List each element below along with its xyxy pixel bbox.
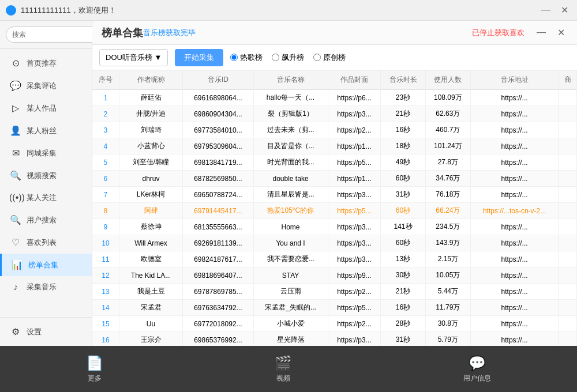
table-cell: 108.09万: [425, 90, 470, 106]
table-row[interactable]: 4小蓝背心69795309604...目及皆是你（...https://p1..…: [92, 138, 577, 154]
radio-input-rising[interactable]: [272, 54, 279, 61]
sidebar-item-fans[interactable]: 👤某人粉丝: [0, 119, 92, 142]
table-cell: 目及皆是你（...: [253, 138, 328, 154]
bottom-item-label: 更多: [88, 374, 102, 383]
table-cell: Uu: [119, 316, 182, 332]
table-cell: [559, 171, 577, 187]
table-cell: 69795309604...: [183, 138, 253, 154]
sidebar-item-nearby[interactable]: ✉同城采集: [0, 142, 92, 164]
music-table-container[interactable]: 序号作者昵称音乐ID音乐名称作品封面音乐时长使用人数音乐地址商 1薛廷佑6961…: [92, 70, 577, 346]
bottom-item-video[interactable]: 🎬视频: [275, 355, 292, 383]
radio-hot[interactable]: 热歌榜: [230, 52, 263, 63]
table-cell: 云压雨: [253, 284, 328, 300]
table-cell: https://p9...: [328, 267, 381, 284]
table-cell: 34.76万: [425, 171, 470, 187]
table-row[interactable]: 7LKer林柯69650788724...清且星辰皆是...https://p3…: [92, 187, 577, 203]
table-cell: 69860904304...: [183, 106, 253, 122]
row-number: 12: [92, 267, 119, 284]
table-cell: 68782569850...: [183, 171, 253, 187]
sidebar-item-works[interactable]: ▷某人作品: [0, 97, 92, 119]
table-row[interactable]: 2井胧/井迪69860904304...裂（剪辑版1）https://p3...…: [92, 106, 577, 122]
radio-rising[interactable]: 飙升榜: [272, 52, 304, 63]
sidebar-item-settings[interactable]: ⚙设置: [0, 321, 92, 343]
table-row[interactable]: 15Uu69772018092...小城小爱https://p2...28秒30…: [92, 316, 577, 332]
radio-input-hot[interactable]: [230, 54, 238, 61]
start-collect-button[interactable]: 开始采集: [175, 49, 223, 66]
table-row[interactable]: 6dhruv68782569850...double takehttps://p…: [92, 171, 577, 187]
sidebar-item-label: 喜欢列表: [27, 238, 57, 248]
table-cell: https://p2...: [328, 284, 381, 300]
table-cell: [559, 203, 577, 219]
status-stopped: 已停止获取喜欢: [472, 28, 524, 38]
table-cell: 69773584010...: [183, 122, 253, 138]
sidebar-item-label: 首页推荐: [27, 58, 57, 69]
table-cell: 69791445417...: [183, 203, 253, 219]
sidebar-item-chart[interactable]: 📊榜单合集: [0, 254, 92, 276]
table-row[interactable]: 13我是土豆69787869785...云压雨https://p2...21秒5…: [92, 284, 577, 300]
sidebar-item-label: 某人粉丝: [27, 126, 57, 136]
radio-input-original[interactable]: [313, 54, 321, 61]
sidebar-item-follow[interactable]: ((•))某人关注: [0, 187, 92, 209]
table-cell: https://p6...: [328, 90, 381, 106]
bottom-item-user-info[interactable]: 💬用户信息: [463, 355, 491, 383]
row-number: 8: [92, 203, 119, 219]
table-cell: 30秒: [381, 267, 425, 284]
search-input[interactable]: [6, 27, 105, 43]
table-cell: https://...: [470, 90, 558, 106]
table-cell: 清且星辰皆是...: [253, 187, 328, 203]
panel-minimize-btn[interactable]: —: [534, 27, 549, 38]
table-header: 音乐地址: [470, 70, 558, 90]
table-header: 音乐名称: [253, 70, 328, 90]
table-cell: 小城小爱: [253, 316, 328, 332]
close-btn[interactable]: ✕: [558, 5, 571, 16]
table-cell: 31秒: [381, 187, 425, 203]
table-cell: [559, 332, 577, 346]
panel-close-btn[interactable]: ✕: [554, 27, 568, 38]
row-number: 14: [92, 300, 119, 316]
table-row[interactable]: 11欧德室69824187617...我不需要恋爱...https://p3..…: [92, 251, 577, 267]
sidebar-item-label: 同城采集: [27, 148, 57, 159]
table-row[interactable]: 8阿肆69791445417...热爱105°C的你https://p5...6…: [92, 203, 577, 219]
sidebar-item-home[interactable]: ⊙首页推荐: [0, 52, 92, 74]
table-cell: dhruv: [119, 171, 182, 187]
sidebar-item-favorites[interactable]: ♡喜欢列表: [0, 231, 92, 254]
table-row[interactable]: 12The Kid LA...69818696407...STAYhttps:/…: [92, 267, 577, 284]
table-cell: 13秒: [381, 251, 425, 267]
app-icon: [6, 5, 16, 16]
minimize-btn[interactable]: —: [538, 5, 553, 16]
table-cell: [559, 235, 577, 251]
settings-icon: ⚙: [9, 326, 22, 337]
table-row[interactable]: 3刘瑞琦69773584010...过去未来（剪...https://p2...…: [92, 122, 577, 138]
row-number: 15: [92, 316, 119, 332]
table-cell: 69269181139...: [183, 235, 253, 251]
table-cell: 60秒: [381, 171, 425, 187]
table-cell: 60秒: [381, 203, 425, 219]
table-cell: [559, 138, 577, 154]
table-row[interactable]: 1薛廷佑69616898064...hallo每一天（...https://p6…: [92, 90, 577, 106]
sidebar-item-video-search[interactable]: 🔍视频搜索: [0, 164, 92, 187]
table-row[interactable]: 10Will Armex69269181139...You and Ihttps…: [92, 235, 577, 251]
radio-original[interactable]: 原创榜: [313, 52, 346, 63]
table-cell: https://...: [470, 171, 558, 187]
table-cell: hallo每一天（...: [253, 90, 328, 106]
sidebar-item-label: 某人作品: [27, 103, 57, 114]
table-row[interactable]: 16王宗介69865376992...星光降落https://p3...31秒5…: [92, 332, 577, 346]
table-cell: 76.18万: [425, 187, 470, 203]
table-row[interactable]: 9蔡徐坤68135555663...Homehttps://p3...141秒2…: [92, 219, 577, 235]
table-row[interactable]: 14宋孟君69763634792...宋孟君_失眠的...https://p5.…: [92, 300, 577, 316]
table-cell: 11.79万: [425, 300, 470, 316]
table-cell: 5.44万: [425, 284, 470, 300]
title-bar: 111111111111，欢迎使用！ — ✕: [0, 0, 577, 21]
sidebar-item-comment[interactable]: 💬采集评论: [0, 74, 92, 97]
video-search-icon: 🔍: [9, 170, 22, 181]
sidebar-search-area: 🔍: [0, 21, 92, 49]
table-cell: The Kid LA...: [119, 267, 182, 284]
table-cell: Home: [253, 219, 328, 235]
sidebar-item-music[interactable]: ♪采集音乐: [0, 276, 92, 298]
table-row[interactable]: 5刘至佳/韩瞳69813841719...时光背面的我...https://p5…: [92, 154, 577, 171]
chart-dropdown[interactable]: DOU听音乐榜 ▼: [99, 49, 168, 66]
bottom-item-more[interactable]: 📄更多: [86, 355, 103, 383]
table-cell: 31秒: [381, 332, 425, 346]
sidebar-item-user-search[interactable]: 🔍用户搜索: [0, 209, 92, 231]
table-cell: [559, 219, 577, 235]
